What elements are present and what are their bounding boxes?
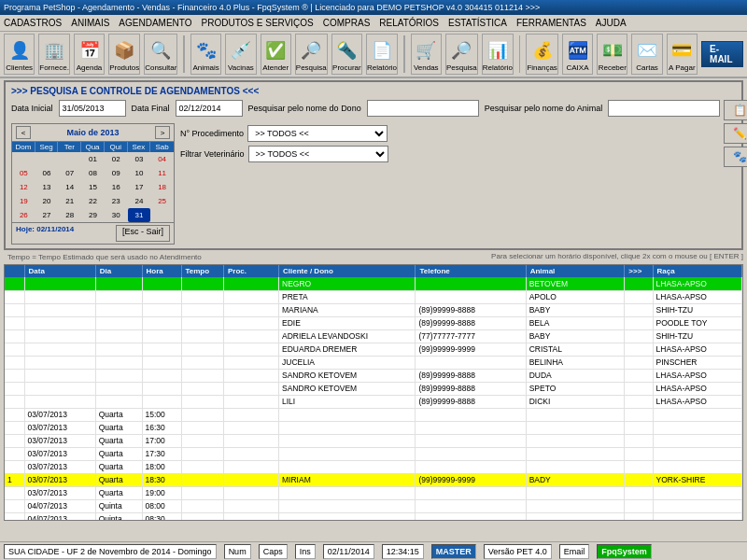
pesquisar-animal-input[interactable] [608, 100, 720, 117]
cal-prev-button[interactable]: < [16, 126, 31, 139]
cal-day[interactable]: 19 [12, 194, 35, 208]
menu-ferramentas[interactable]: FERRAMENTAS [516, 18, 586, 28]
cal-day[interactable]: 14 [58, 180, 81, 194]
cal-next-button[interactable]: > [155, 126, 170, 139]
cal-day[interactable]: 28 [58, 208, 81, 222]
email-button[interactable]: E-MAIL [701, 41, 743, 67]
menu-animais[interactable]: ANIMAIS [71, 18, 109, 28]
cal-day[interactable]: 09 [105, 166, 128, 180]
menu-agendamento[interactable]: AGENDAMENTO [119, 18, 191, 28]
receber-button[interactable]: 💵 Receber [597, 34, 627, 75]
cal-day[interactable] [58, 152, 81, 166]
menu-ajuda[interactable]: AJUDA [596, 18, 627, 28]
produtos-button[interactable]: 📦 Produtos [108, 34, 140, 75]
atendimento-button[interactable]: 🐾 Atendimento [724, 147, 747, 167]
cal-day[interactable]: 06 [35, 166, 59, 180]
table-row[interactable]: 04/07/2013Quinta08:00 [5, 499, 742, 512]
data-inicial-input[interactable] [59, 100, 126, 117]
pesquisa2-button[interactable]: 🔎 Pesquisa [445, 34, 478, 75]
menu-compras[interactable]: COMPRAS [323, 18, 371, 28]
atender-button[interactable]: ✅ Atender [261, 34, 291, 75]
table-row[interactable]: SANDRO KETOVEM(89)99999-8888SPETOLHASA-A… [5, 382, 742, 395]
cal-day[interactable]: 18 [150, 180, 174, 194]
table-row[interactable]: 03/07/2013Quarta16:30 [5, 421, 742, 434]
table-row[interactable]: 04/07/2013Quinta08:30 [5, 512, 742, 521]
cal-day[interactable]: 13 [35, 180, 59, 194]
esc-sair-button[interactable]: [Esc - Sair] [116, 225, 170, 242]
table-cell: 18:30 [142, 473, 181, 486]
cal-day[interactable]: 30 [105, 208, 128, 222]
apagar-button[interactable]: 💳 A Pagar [667, 34, 698, 75]
menu-estatistica[interactable]: ESTATÍSTICA [448, 18, 507, 28]
cal-day[interactable]: 10 [128, 166, 151, 180]
cal-day[interactable] [35, 152, 59, 166]
cal-day[interactable]: 08 [81, 166, 105, 180]
cal-day[interactable]: 22 [81, 194, 105, 208]
relatorio2-button[interactable]: 📊 Relatório [482, 34, 514, 75]
cal-day[interactable]: 15 [81, 180, 105, 194]
cal-day[interactable]: 01 [81, 152, 105, 166]
novo-horario-button[interactable]: 📋 Novo Horário [724, 100, 747, 120]
cal-day[interactable]: 17 [128, 180, 151, 194]
data-final-input[interactable] [176, 100, 243, 117]
vacinas-button[interactable]: 💉 Vacinas [225, 34, 256, 75]
pesquisar-dono-input[interactable] [367, 100, 479, 117]
cal-day[interactable]: 24 [128, 194, 151, 208]
table-row[interactable]: 03/07/2013Quarta18:00 [5, 460, 742, 473]
cal-day[interactable]: 27 [35, 208, 59, 222]
table-row[interactable]: 103/07/2013Quarta18:30MIRIAM(99)99999-99… [5, 473, 742, 486]
table-row[interactable]: PRETAAPOLOLHASA-APSO [5, 290, 742, 303]
menu-cadastros[interactable]: CADASTROS [4, 18, 62, 28]
table-row[interactable]: NEGROBETOVEMLHASA-APSO [5, 277, 742, 290]
cal-day[interactable]: 03 [128, 152, 151, 166]
procurar-button[interactable]: 🔦 Procurar [331, 34, 362, 75]
cal-day[interactable]: 29 [81, 208, 105, 222]
table-row[interactable]: LILI(89)99999-8888DICKILHASA-APSO [5, 395, 742, 408]
menu-relatorios[interactable]: RELATÓRIOS [379, 18, 439, 28]
table-row[interactable]: 03/07/2013Quarta17:00 [5, 434, 742, 447]
consultar-button[interactable]: 🔍 Consultar [144, 34, 177, 75]
agenda-button[interactable]: 📅 Agenda [74, 34, 105, 75]
table-row[interactable]: ADRIELA LEVANDOSKI(77)77777-7777BABYSHIH… [5, 329, 742, 343]
cartas-button[interactable]: ✉️ Cartas [631, 34, 662, 75]
fornece-button[interactable]: 🏢 Fornece. [38, 34, 70, 75]
cal-day[interactable]: 07 [58, 166, 81, 180]
menu-produtos[interactable]: PRODUTOS E SERVIÇOS [202, 18, 314, 28]
cal-day[interactable]: 16 [105, 180, 128, 194]
table-row[interactable]: EDUARDA DREMER(99)99999-9999CRISTALLHASA… [5, 343, 742, 356]
cal-day[interactable]: 04 [150, 152, 174, 166]
cal-day[interactable] [150, 208, 174, 222]
cal-day[interactable]: 11 [150, 166, 174, 180]
table-cell [223, 434, 278, 447]
cal-day[interactable]: 05 [12, 166, 35, 180]
financas-button[interactable]: 💰 Finanças [526, 34, 557, 75]
cal-day[interactable]: 25 [150, 194, 174, 208]
cal-day[interactable]: 02 [105, 152, 128, 166]
table-row[interactable]: EDIE(89)99999-8888BELAPOODLE TOY [5, 316, 742, 329]
table-row[interactable]: 03/07/2013Quarta15:00 [5, 408, 742, 421]
table-row[interactable]: SANDRO KETOVEM(89)99999-8888DUDALHASA-AP… [5, 369, 742, 382]
schedule-container[interactable]: Data Dia Hora Tempo Proc. Cliente / Dono… [4, 264, 743, 521]
table-row[interactable]: 03/07/2013Quarta17:30 [5, 447, 742, 460]
cal-day[interactable] [12, 152, 35, 166]
cal-day[interactable]: 20 [35, 194, 59, 208]
relatorio-button[interactable]: 📄 Relatório [366, 34, 398, 75]
vendas-button[interactable]: 🛒 Vendas [411, 34, 442, 75]
table-row[interactable]: 03/07/2013Quarta19:00 [5, 486, 742, 499]
cal-day[interactable]: 23 [105, 194, 128, 208]
pesquisa-button[interactable]: 🔎 Pesquisa [295, 34, 328, 75]
action-buttons: 📋 Novo Horário ✖ Excluir Horário ✏️ Alte… [724, 100, 747, 167]
table-cell: ADRIELA LEVANDOSKI [279, 329, 416, 343]
cal-day[interactable]: 12 [12, 180, 35, 194]
procedimento-select[interactable]: >> TODOS << [247, 125, 388, 142]
table-row[interactable]: JUCELIABELINHAPINSCHER [5, 356, 742, 369]
table-row[interactable]: MARIANA(89)99999-8888BABYSHIH-TZU [5, 303, 742, 316]
cal-day[interactable]: 21 [58, 194, 81, 208]
caixa-button[interactable]: 🏧 CAIXA [562, 34, 593, 75]
filtro-vet-select[interactable]: >> TODOS << [248, 146, 388, 162]
alterar-horario-button[interactable]: ✏️ Alterar Horário [724, 123, 747, 144]
cal-day-today[interactable]: 31 [128, 208, 151, 222]
cal-day[interactable]: 26 [12, 208, 35, 222]
animais-button[interactable]: 🐾 Animais [190, 34, 221, 75]
clientes-button[interactable]: 👤 Clientes [4, 34, 35, 75]
